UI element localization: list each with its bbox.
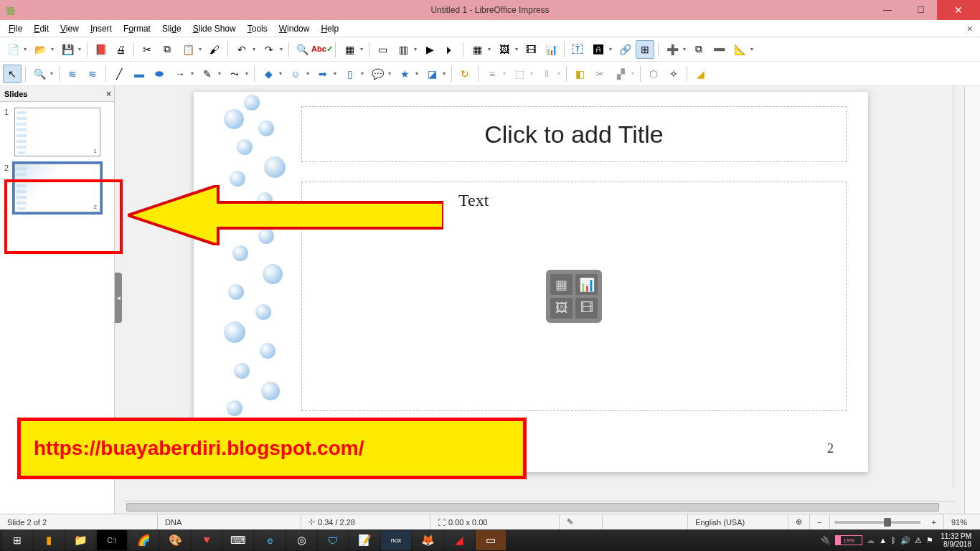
tray-clock[interactable]: 11:32 PM 8/9/2018	[938, 532, 974, 548]
display-mode-button[interactable]: ▭	[373, 40, 392, 59]
save-button[interactable]: 💾	[57, 40, 83, 59]
callout-tool[interactable]: 💬	[367, 65, 393, 83]
taskbar-chrome-icon[interactable]: 🌈	[128, 530, 159, 550]
taskbar-explorer-icon[interactable]: 📁	[65, 530, 95, 550]
zoom-fit-button[interactable]: ⊕	[788, 514, 810, 529]
align-tool[interactable]: ≡	[482, 65, 508, 83]
fontwork-button[interactable]: 🅰	[588, 40, 614, 59]
menu-slide[interactable]: Slide	[156, 22, 187, 35]
arrow-tool[interactable]: →	[170, 65, 196, 83]
taskbar-vlc-icon[interactable]: 🔻	[192, 530, 222, 550]
media-button[interactable]: 🎞	[522, 40, 540, 59]
taskbar-impress-icon[interactable]: ▭	[476, 530, 506, 550]
vertical-scrollbar[interactable]	[953, 86, 964, 488]
new-slide-button[interactable]: ➕	[662, 40, 688, 59]
tray-rain-icon[interactable]: ☁	[867, 536, 875, 545]
taskbar-ie-icon[interactable]: ｅ	[255, 530, 285, 550]
delete-slide-button[interactable]: ➖	[710, 40, 728, 59]
redo-button[interactable]: ↷	[259, 40, 285, 59]
points-tool[interactable]: ⬡	[644, 65, 663, 83]
taskbar-app1-icon[interactable]: ◎	[286, 530, 316, 550]
flowchart-tool[interactable]: ▯	[340, 65, 366, 83]
extrusion-tool[interactable]: ◢	[691, 65, 710, 83]
cut-button[interactable]: ✂	[138, 40, 156, 59]
tray-plug-icon[interactable]: 🔌	[821, 536, 831, 545]
arrange-tool[interactable]: ⬚	[509, 65, 535, 83]
document-close-icon[interactable]: ×	[963, 23, 977, 34]
master-slide-button[interactable]: ▥	[393, 40, 419, 59]
start-current-button[interactable]: ⏵	[440, 40, 459, 59]
content-insert-grid[interactable]: ▦ 📊 🖼 🎞	[546, 270, 602, 323]
zoom-tool[interactable]: 🔍	[29, 65, 55, 83]
animate-icon[interactable]: ≋	[63, 65, 82, 83]
open-button[interactable]: 📂	[30, 40, 56, 59]
title-placeholder[interactable]: Click to add Title	[301, 106, 847, 162]
menu-file[interactable]: File	[3, 22, 28, 35]
slide-canvas[interactable]: Click to add Title Text ▦ 📊 🖼 🎞 2	[194, 92, 868, 472]
interaction-icon[interactable]: ≋	[83, 65, 102, 83]
spellcheck-button[interactable]: Abc✓	[313, 40, 331, 59]
zoom-value[interactable]: 91%	[944, 514, 980, 529]
crop-tool[interactable]: ✂	[590, 65, 609, 83]
clone-format-button[interactable]: 🖌	[205, 40, 224, 59]
ellipse-tool[interactable]: ⬬	[150, 65, 169, 83]
start-button[interactable]: ⊞	[2, 530, 32, 550]
block-arrows-tool[interactable]: ➡	[313, 65, 339, 83]
duplicate-slide-button[interactable]: ⧉	[689, 40, 708, 59]
menu-tools[interactable]: Tools	[242, 22, 273, 35]
select-tool[interactable]: ↖	[3, 65, 22, 83]
sidebar-right[interactable]	[964, 86, 980, 514]
insert-movie-icon[interactable]: 🎞	[575, 298, 598, 319]
slide-layout-button[interactable]: ⊞	[636, 40, 654, 59]
taskbar-garena-icon[interactable]: ◢	[444, 530, 474, 550]
menu-insert[interactable]: Insert	[85, 22, 118, 35]
tray-vol-icon[interactable]: 🔊	[900, 536, 910, 545]
taskbar-defender-icon[interactable]: 🛡	[318, 530, 348, 550]
new-button[interactable]: 📄	[3, 40, 29, 59]
content-placeholder[interactable]: Text ▦ 📊 🖼 🎞	[301, 182, 847, 411]
curve-tool[interactable]: ✎	[197, 65, 223, 83]
taskbar-firefox-icon[interactable]: 🦊	[413, 530, 443, 550]
image-button[interactable]: 🖼	[494, 40, 520, 59]
menu-help[interactable]: Help	[315, 22, 344, 35]
find-button[interactable]: 🔍	[293, 40, 311, 59]
taskbar-sublime-icon[interactable]: ▮	[34, 530, 64, 550]
status-master[interactable]: DNA	[158, 514, 301, 529]
menu-slideshow[interactable]: Slide Show	[187, 22, 242, 35]
chart-button[interactable]: 📊	[542, 40, 560, 59]
insert-image-icon[interactable]: 🖼	[550, 298, 573, 319]
slide-thumb-1[interactable]: 1 1	[4, 108, 110, 156]
insert-table-icon[interactable]: ▦	[550, 274, 573, 295]
slide-panel-close-icon[interactable]: ×	[106, 89, 111, 99]
taskbar-cmd-icon[interactable]: C:\	[97, 530, 127, 550]
tray-flag-icon[interactable]: ⚑	[926, 536, 933, 545]
zoom-in-button[interactable]: +	[925, 514, 944, 529]
taskbar-nox-icon[interactable]: nox	[381, 530, 411, 550]
print-button[interactable]: 🖨	[111, 40, 130, 59]
rectangle-tool[interactable]: ▬	[130, 65, 149, 83]
3d-tool[interactable]: ◪	[422, 65, 448, 83]
grid-button[interactable]: ▦	[339, 40, 365, 59]
menu-edit[interactable]: Edit	[28, 22, 55, 35]
tray-battery[interactable]: 19%	[835, 535, 862, 545]
menu-format[interactable]: Format	[118, 22, 156, 35]
export-pdf-button[interactable]: 📕	[91, 40, 110, 59]
insert-chart-icon[interactable]: 📊	[575, 274, 598, 295]
menu-window[interactable]: Window	[273, 22, 316, 35]
tray-net-icon[interactable]: ⚠	[915, 536, 922, 545]
line-tool[interactable]: ╱	[110, 65, 128, 83]
filter-tool[interactable]: ▞	[611, 65, 636, 83]
tray-up-icon[interactable]: ▲	[879, 536, 887, 545]
symbol-shapes-tool[interactable]: ☺	[286, 65, 311, 83]
undo-button[interactable]: ↶	[232, 40, 258, 59]
table-button[interactable]: ▦	[467, 40, 493, 59]
taskbar-paint-icon[interactable]: 🎨	[160, 530, 190, 550]
basic-shapes-tool[interactable]: ◆	[258, 65, 284, 83]
zoom-out-button[interactable]: −	[810, 514, 829, 529]
slide-properties-button[interactable]: 📐	[730, 40, 755, 59]
shadow-tool[interactable]: ◧	[570, 65, 589, 83]
slide-thumb-2[interactable]: 2 2	[4, 164, 110, 212]
horizontal-scrollbar[interactable]	[125, 501, 954, 514]
zoom-slider[interactable]	[834, 521, 920, 524]
panel-collapse-left[interactable]: ◂	[115, 273, 122, 323]
